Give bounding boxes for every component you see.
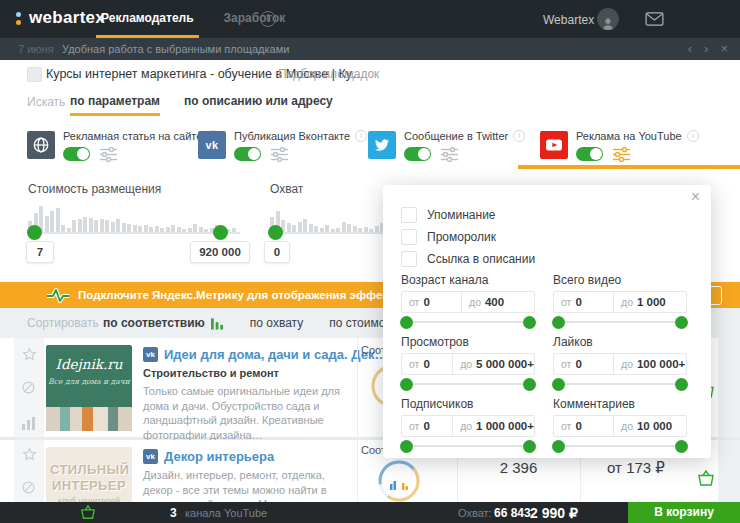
header-nav: РекламодательЗаработок [96, 0, 310, 38]
range-from-input[interactable]: от0 [402, 354, 452, 374]
range-from-input[interactable]: от0 [554, 354, 613, 374]
notice-prev-icon[interactable]: ‹ [688, 41, 692, 57]
favorite-star-icon[interactable] [22, 447, 37, 461]
slider-track[interactable] [555, 445, 685, 447]
slider-handle-max[interactable] [675, 378, 688, 391]
range-to-input[interactable]: до400 [461, 292, 534, 312]
popup-close-icon[interactable]: × [691, 188, 700, 206]
price-max-value[interactable]: 920 000 [190, 241, 250, 263]
range-label: Возраст канала [401, 273, 535, 288]
range-from-input[interactable]: от0 [402, 292, 461, 312]
checkbox-label: Проморолик [427, 230, 496, 244]
header-nav-tab[interactable]: Заработок [219, 0, 291, 38]
slider-track[interactable] [403, 321, 533, 323]
platform-toggle[interactable] [63, 147, 90, 161]
slider-handle-min[interactable] [552, 316, 565, 329]
price-slider-handle-max[interactable] [213, 225, 228, 240]
price-slider-handle-min[interactable] [27, 225, 42, 240]
platform-settings-icon[interactable] [441, 147, 458, 166]
platform-settings-icon[interactable] [100, 147, 117, 166]
cart-icon[interactable] [80, 505, 96, 523]
notice-next-icon[interactable]: › [704, 41, 708, 57]
account-name[interactable]: Webartex [543, 13, 594, 27]
range-inputs: от0до1 000 000+ [401, 415, 535, 437]
thumbnail-title: Idejnik.ru [46, 356, 132, 372]
block-icon[interactable] [22, 381, 35, 394]
logo-dots-icon [16, 10, 22, 27]
slider-track[interactable] [555, 321, 685, 323]
range-label: Комментариев [553, 397, 687, 412]
platform-toggle[interactable] [576, 147, 603, 161]
range-to-input[interactable]: до10 000 [613, 416, 686, 436]
header-nav-tab[interactable]: Рекламодатель [96, 0, 199, 38]
block-icon[interactable] [22, 481, 35, 494]
platform-toggle[interactable] [234, 147, 261, 161]
range-to-input[interactable]: до5 000 000+ [452, 354, 534, 374]
cart-total: 2 990 ₽ [530, 505, 578, 521]
site-selection-link[interactable]: Подбор площадок [278, 67, 379, 81]
reach-slider-handle-min[interactable] [268, 225, 283, 240]
range-from-input[interactable]: от0 [402, 416, 452, 436]
result-reach-value: 2 396 [457, 459, 580, 476]
pulse-icon [46, 287, 70, 307]
range-slider [401, 375, 535, 393]
info-icon[interactable]: i [513, 130, 525, 142]
platform-settings-icon[interactable] [271, 147, 288, 166]
slider-handle-min[interactable] [400, 440, 413, 453]
result-thumbnail[interactable]: Idejnik.ru Все для дома и дачи [46, 345, 132, 431]
slider-track[interactable] [555, 383, 685, 385]
price-slider-track[interactable] [28, 232, 240, 234]
slider-handle-max[interactable] [675, 316, 688, 329]
result-title-link[interactable]: Декор интерьера [164, 449, 274, 464]
mail-icon[interactable] [645, 12, 664, 30]
slider-handle-min[interactable] [552, 378, 565, 391]
notice-close-icon[interactable]: × [720, 41, 728, 57]
checkbox[interactable] [401, 251, 417, 267]
help-info-icon[interactable]: i [260, 11, 276, 27]
checkbox[interactable] [401, 229, 417, 245]
range-slider [553, 313, 687, 331]
slider-track[interactable] [403, 383, 533, 385]
histogram-bar [78, 219, 82, 233]
checkbox[interactable] [401, 207, 417, 223]
info-icon[interactable]: i [355, 130, 367, 142]
youtube-icon [540, 131, 568, 159]
range-from-input[interactable]: от0 [554, 416, 613, 436]
platform-toggle[interactable] [404, 147, 431, 161]
checkbox-label: Упоминание [427, 208, 496, 222]
sort-option[interactable]: по соответствию [103, 316, 224, 330]
range-to-input[interactable]: до100 000+ [613, 354, 686, 374]
webartex-app: webartex РекламодательЗаработок i Webart… [0, 0, 740, 523]
slider-handle-max[interactable] [675, 440, 688, 453]
range-to-input[interactable]: до1 000 [613, 292, 686, 312]
sort-option[interactable]: по охвату [250, 316, 303, 330]
stats-icon[interactable] [22, 417, 36, 430]
reach-min-value[interactable]: 0 [264, 241, 290, 263]
range-from-input[interactable]: от0 [554, 292, 613, 312]
search-tabs-row: Искать по параметрампо описанию или адре… [0, 88, 740, 117]
histogram-bar [116, 219, 120, 233]
slider-handle-max[interactable] [523, 316, 536, 329]
campaign-checkbox[interactable] [27, 67, 42, 82]
favorite-star-icon[interactable] [22, 347, 37, 361]
webartex-logo[interactable]: webartex [16, 8, 105, 28]
info-icon[interactable]: i [687, 130, 699, 142]
vk-badge-icon: vk [143, 347, 158, 362]
slider-handle-max[interactable] [523, 440, 536, 453]
result-title-link[interactable]: Идеи для дома, дачи и сада. Дек… [164, 347, 387, 362]
slider-handle-min[interactable] [552, 440, 565, 453]
search-tab[interactable]: по описанию или адресу [184, 88, 333, 116]
slider-handle-min[interactable] [400, 316, 413, 329]
avatar[interactable] [597, 8, 619, 30]
slider-handle-min[interactable] [400, 378, 413, 391]
slider-track[interactable] [403, 445, 533, 447]
platform-settings-icon[interactable] [613, 147, 630, 166]
price-min-value[interactable]: 7 [26, 241, 54, 263]
add-to-cart-button[interactable]: В корзину [628, 502, 740, 523]
slider-handle-max[interactable] [523, 378, 536, 391]
search-tab[interactable]: по параметрам [70, 88, 160, 116]
add-to-cart-icon[interactable] [697, 470, 715, 491]
platform-label: Реклама на YouTube [576, 130, 682, 142]
range-to-input[interactable]: до1 000 000+ [452, 416, 534, 436]
histogram-bar [56, 208, 60, 233]
